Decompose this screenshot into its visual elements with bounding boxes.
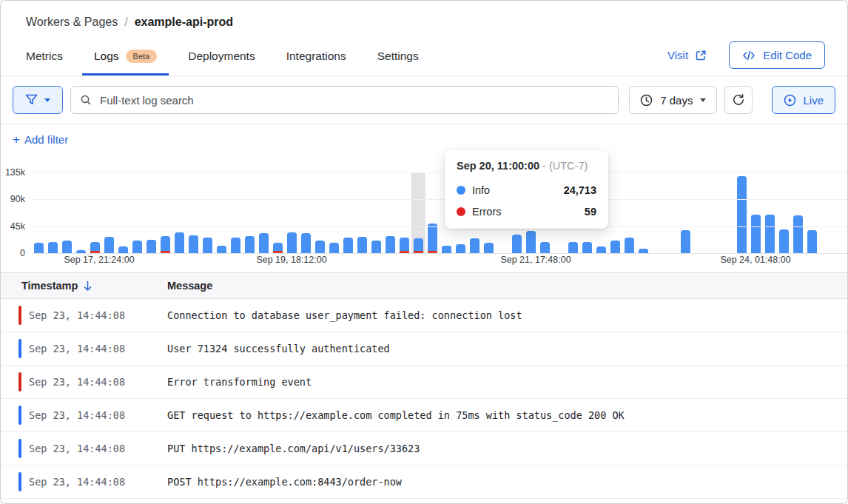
log-row[interactable]: Sep 23, 14:44:08User 71324 successfully …	[1, 332, 847, 366]
column-header-timestamp[interactable]: Timestamp	[21, 280, 167, 292]
chart-bar-slot[interactable]	[60, 172, 74, 253]
chart-bar[interactable]	[568, 242, 578, 253]
tab-settings[interactable]: Settings	[377, 41, 419, 75]
chart-bar[interactable]	[147, 240, 156, 253]
log-row[interactable]: Sep 23, 14:44:08GET request to https://e…	[1, 399, 847, 432]
chart-bar-slot[interactable]	[158, 172, 172, 253]
chart-bar[interactable]	[315, 241, 325, 253]
chart-bar-slot[interactable]	[285, 172, 299, 253]
chart-bar[interactable]	[217, 246, 226, 253]
chart-bar[interactable]	[34, 243, 44, 253]
chart-bar-slot[interactable]	[144, 172, 158, 253]
chart-bar-slot[interactable]	[130, 172, 144, 253]
chart-bar[interactable]	[48, 242, 58, 253]
chart-bar[interactable]	[287, 232, 297, 253]
chart-bar[interactable]	[470, 238, 479, 253]
log-row[interactable]: Sep 23, 14:44:08PUT https://example.com/…	[1, 432, 847, 466]
chart-bar[interactable]	[779, 229, 789, 253]
chart-bar[interactable]	[371, 241, 381, 253]
chart-bar-slot[interactable]	[299, 172, 313, 253]
chart-bar[interactable]	[231, 238, 240, 253]
chart-bar[interactable]	[386, 236, 395, 253]
chart-bar[interactable]	[259, 233, 269, 253]
chart-bar[interactable]	[512, 235, 522, 253]
chart-bar-slot[interactable]	[201, 172, 215, 253]
chart-bar-slot[interactable]	[243, 172, 257, 253]
chart-bar-slot[interactable]	[74, 172, 88, 253]
chart-bar[interactable]	[343, 238, 353, 253]
refresh-button[interactable]	[724, 86, 753, 114]
edit-code-button[interactable]: Edit Code	[729, 41, 825, 69]
chart-bar[interactable]	[625, 238, 634, 253]
chart-bar-slot[interactable]	[313, 172, 327, 253]
tab-deployments[interactable]: Deployments	[188, 41, 255, 75]
chart-bar[interactable]	[189, 235, 198, 253]
chart-bar[interactable]	[104, 237, 114, 253]
chart-bar-slot[interactable]	[397, 172, 411, 253]
chart-bar-slot[interactable]	[271, 172, 285, 253]
chart-bar[interactable]	[203, 238, 212, 253]
chart-bar-slot[interactable]	[369, 172, 383, 253]
chart-bar[interactable]	[414, 238, 423, 253]
chart-bar[interactable]	[245, 236, 255, 253]
live-button[interactable]: Live	[772, 86, 835, 114]
chart-bar[interactable]	[456, 244, 465, 253]
chart-bar[interactable]	[484, 243, 494, 253]
chart-bar[interactable]	[540, 242, 550, 253]
chart-bar-slot[interactable]	[791, 172, 805, 253]
chart-bar-slot[interactable]	[229, 172, 243, 253]
chart-bar-slot[interactable]	[749, 172, 763, 253]
chart-bar[interactable]	[90, 242, 100, 253]
chart-bar[interactable]	[118, 246, 128, 253]
chart-bar-slot[interactable]	[327, 172, 341, 253]
chart-bar-slot[interactable]	[341, 172, 355, 253]
chart-bar-slot[interactable]	[383, 172, 397, 253]
chart-bar[interactable]	[765, 215, 775, 253]
add-filter-button[interactable]: + Add filter	[13, 133, 68, 146]
tab-logs[interactable]: LogsBeta	[94, 41, 157, 75]
chart-bar[interactable]	[751, 215, 761, 253]
chart-bar-slot[interactable]	[777, 172, 791, 253]
chart-bar-slot[interactable]	[172, 172, 186, 253]
chart-bar-slot[interactable]	[608, 172, 622, 253]
filter-menu-button[interactable]	[13, 86, 63, 114]
chart-bar[interactable]	[301, 233, 311, 253]
log-row[interactable]: Sep 23, 14:44:08Connection to database u…	[1, 299, 847, 332]
chart-bar-hovered[interactable]	[411, 172, 425, 253]
chart-bar-slot[interactable]	[257, 172, 271, 253]
log-row[interactable]: Sep 23, 14:44:08POST https://example.com…	[1, 466, 847, 499]
tab-metrics[interactable]: Metrics	[26, 41, 63, 75]
chart-bar[interactable]	[175, 232, 184, 253]
chart-bar-slot[interactable]	[679, 172, 693, 253]
chart-bar-slot[interactable]	[805, 172, 819, 253]
chart-bar-slot[interactable]	[735, 172, 749, 253]
chart-bar[interactable]	[596, 246, 606, 253]
chart-bar[interactable]	[400, 238, 409, 253]
chart-bar[interactable]	[610, 241, 620, 253]
chart-bar[interactable]	[161, 236, 170, 253]
visit-link[interactable]: Visit	[667, 49, 707, 61]
time-range-button[interactable]: 7 days	[629, 86, 717, 114]
log-row[interactable]: Sep 23, 14:44:08Error transforming event	[1, 366, 847, 399]
chart-bar[interactable]	[132, 241, 142, 253]
chart-bar-slot[interactable]	[46, 172, 60, 253]
chart-bar[interactable]	[526, 231, 536, 253]
chart-bar[interactable]	[428, 224, 437, 253]
chart-bar-slot[interactable]	[88, 172, 102, 253]
chart-bar[interactable]	[793, 215, 803, 253]
chart-bar[interactable]	[737, 176, 747, 253]
chart-bar-slot[interactable]	[215, 172, 229, 253]
chart-bar[interactable]	[357, 237, 367, 253]
chart-bar-slot[interactable]	[622, 172, 636, 253]
breadcrumb-section[interactable]: Workers & Pages	[26, 16, 118, 29]
chart-bar[interactable]	[273, 243, 283, 253]
chart-bar[interactable]	[442, 246, 451, 253]
chart-bar[interactable]	[62, 241, 72, 253]
chart-bar-slot[interactable]	[763, 172, 777, 253]
chart-bar[interactable]	[329, 243, 339, 253]
chart-bar-slot[interactable]	[102, 172, 116, 253]
chart-bar[interactable]	[681, 230, 690, 253]
chart-bar-slot[interactable]	[425, 172, 440, 253]
chart-bar-slot[interactable]	[355, 172, 369, 253]
chart-bar-slot[interactable]	[116, 172, 130, 253]
